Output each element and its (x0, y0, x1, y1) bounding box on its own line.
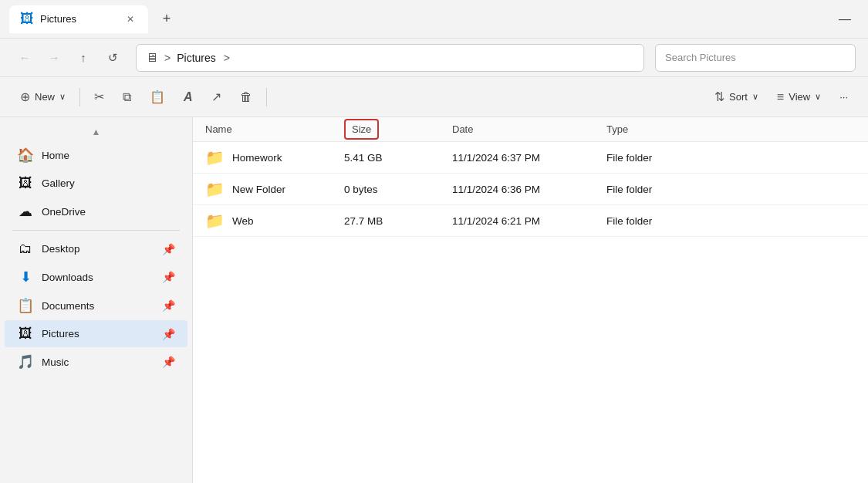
back-button[interactable]: ← (12, 46, 37, 70)
file-row-newfolder[interactable]: 📁 New Folder 0 bytes 11/1/2024 6:36 PM F… (193, 174, 868, 205)
title-bar: 🖼 Pictures ✕ + — (0, 0, 868, 39)
sidebar-divider (12, 230, 180, 231)
new-tab-button[interactable]: + (154, 7, 179, 32)
tab-pictures[interactable]: 🖼 Pictures ✕ (9, 5, 148, 33)
more-options-button[interactable]: ··· (832, 86, 856, 107)
column-size: Size (344, 123, 452, 135)
share-button[interactable]: ↗ (204, 85, 229, 109)
file-date-homework: 11/1/2024 6:37 PM (452, 152, 606, 164)
pin-icon-desktop: 📌 (162, 243, 175, 255)
rename-icon: A (184, 90, 193, 104)
new-label: New (35, 91, 55, 103)
paste-button[interactable]: 📋 (142, 85, 173, 109)
computer-icon: 🖥 (146, 51, 158, 65)
sort-label: Sort (729, 91, 748, 103)
file-row-homework[interactable]: 📁 Homework 5.41 GB 11/1/2024 6:37 PM Fil… (193, 142, 868, 174)
view-label: View (789, 91, 810, 103)
scroll-arrow-up: ▲ (0, 123, 192, 140)
view-chevron: ∨ (815, 92, 821, 102)
up-button[interactable]: ↑ (71, 46, 96, 70)
file-type-newfolder: File folder (606, 184, 856, 195)
delete-button[interactable]: 🗑 (232, 86, 260, 109)
file-size-homework: 5.41 GB (344, 152, 452, 164)
refresh-button[interactable]: ↺ (100, 46, 125, 70)
onedrive-icon: ☁ (17, 203, 34, 220)
documents-icon: 📋 (17, 297, 34, 314)
sidebar-item-music[interactable]: 🎵 Music 📌 (5, 348, 187, 376)
sidebar-item-documents[interactable]: 📋 Documents 📌 (5, 292, 187, 319)
file-date-newfolder: 11/1/2024 6:36 PM (452, 184, 606, 195)
address-chevron2: > (224, 52, 230, 64)
toolbar: ⊕ New ∨ ✂ ⧉ 📋 A ↗ 🗑 ⇅ Sort ∨ ≡ View ∨ ··… (0, 77, 868, 117)
sidebar-item-onedrive[interactable]: ☁ OneDrive (5, 198, 187, 225)
sidebar-item-pictures[interactable]: 🖼 Pictures 📌 (5, 320, 187, 347)
copy-icon: ⧉ (123, 90, 131, 104)
column-date[interactable]: Date (452, 123, 606, 135)
sidebar-item-home[interactable]: 🏠 Home (5, 141, 187, 169)
pin-icon-downloads: 📌 (162, 271, 175, 283)
copy-button[interactable]: ⧉ (115, 86, 139, 109)
file-header: Name Size Date Type (193, 117, 868, 142)
folder-icon-homework: 📁 (205, 148, 225, 167)
file-row-web[interactable]: 📁 Web 27.7 MB 11/1/2024 6:21 PM File fol… (193, 205, 868, 237)
column-name[interactable]: Name (205, 123, 344, 135)
folder-icon-newfolder: 📁 (205, 180, 225, 198)
address-bar[interactable]: 🖥 > Pictures > (136, 44, 644, 72)
nav-bar: ← → ↑ ↺ 🖥 > Pictures > Search Pictures (0, 39, 868, 77)
music-icon: 🎵 (17, 353, 34, 370)
file-name-newfolder: 📁 New Folder (205, 180, 344, 198)
file-type-web: File folder (606, 215, 856, 227)
toolbar-divider-2 (266, 88, 267, 106)
main-content: ▲ 🏠 Home 🖼 Gallery ☁ OneDrive 🗂 Desktop … (0, 117, 868, 483)
sidebar-item-downloads[interactable]: ⬇ Downloads 📌 (5, 263, 187, 291)
cut-icon: ✂ (94, 90, 104, 104)
address-chevron1: > (164, 52, 171, 64)
search-bar[interactable]: Search Pictures (655, 44, 856, 72)
folder-icon-web: 📁 (205, 211, 225, 230)
address-text: Pictures (177, 52, 216, 64)
sidebar: ▲ 🏠 Home 🖼 Gallery ☁ OneDrive 🗂 Desktop … (0, 117, 193, 483)
minimize-button[interactable]: — (831, 9, 859, 29)
size-sort-highlight[interactable]: Size (344, 119, 379, 140)
new-chevron: ∨ (59, 92, 66, 102)
file-type-homework: File folder (606, 152, 856, 164)
cut-button[interactable]: ✂ (86, 85, 112, 109)
file-name-web: 📁 Web (205, 211, 344, 230)
new-button[interactable]: ⊕ New ∨ (12, 85, 73, 109)
file-name-homework: 📁 Homework (205, 148, 344, 167)
sidebar-label-documents: Documents (42, 300, 94, 312)
sidebar-label-desktop: Desktop (42, 243, 80, 255)
pin-icon-pictures: 📌 (162, 328, 175, 340)
tab-title: Pictures (40, 13, 76, 25)
tab-close-button[interactable]: ✕ (123, 12, 137, 26)
toolbar-right: ⇅ Sort ∨ ≡ View ∨ ··· (707, 85, 856, 109)
view-icon: ≡ (777, 90, 784, 104)
paste-icon: 📋 (150, 90, 165, 104)
sort-chevron: ∨ (752, 92, 758, 102)
sort-button[interactable]: ⇅ Sort ∨ (707, 85, 766, 109)
delete-icon: 🗑 (240, 90, 252, 104)
tab-icon: 🖼 (20, 11, 34, 27)
file-label-homework: Homework (232, 152, 282, 164)
pin-icon-music: 📌 (162, 356, 175, 368)
pin-icon-documents: 📌 (162, 299, 175, 312)
home-icon: 🏠 (17, 147, 34, 164)
sidebar-item-gallery[interactable]: 🖼 Gallery (5, 170, 187, 197)
view-button[interactable]: ≡ View ∨ (769, 86, 829, 109)
sidebar-label-downloads: Downloads (42, 272, 93, 283)
desktop-icon: 🗂 (17, 241, 34, 257)
search-placeholder: Search Pictures (665, 52, 736, 63)
file-label-web: Web (232, 215, 254, 227)
new-icon: ⊕ (20, 90, 30, 104)
toolbar-divider-1 (79, 88, 80, 106)
sidebar-item-desktop[interactable]: 🗂 Desktop 📌 (5, 235, 187, 262)
sort-icon: ⇅ (714, 90, 724, 104)
forward-button[interactable]: → (42, 46, 66, 70)
more-icon: ··· (839, 91, 848, 103)
column-type[interactable]: Type (606, 123, 856, 135)
file-size-web: 27.7 MB (344, 215, 452, 227)
rename-button[interactable]: A (176, 86, 201, 109)
file-label-newfolder: New Folder (232, 184, 285, 195)
sidebar-label-home: Home (42, 150, 69, 161)
file-size-newfolder: 0 bytes (344, 184, 452, 195)
